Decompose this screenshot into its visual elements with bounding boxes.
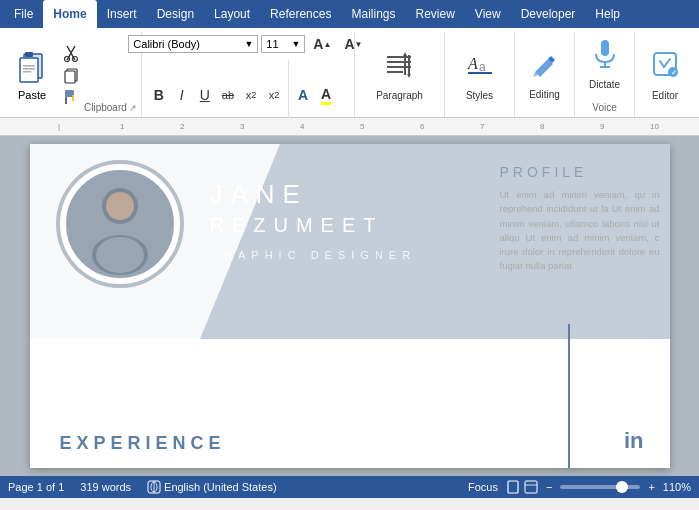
- svg-text:in: in: [624, 428, 644, 453]
- resume-experience-title: EXPERIENCE: [60, 433, 226, 454]
- web-layout-icon[interactable]: [524, 480, 538, 494]
- tab-help[interactable]: Help: [585, 0, 630, 28]
- dictate-icon: [590, 38, 620, 77]
- font-name-select[interactable]: Calibri (Body) ▼: [128, 35, 258, 53]
- tab-file[interactable]: File: [4, 0, 43, 28]
- resume-wrapper: JANE REZUMEET GRAPHIC DESIGNER PROFILE U…: [30, 144, 670, 468]
- tab-insert[interactable]: Insert: [97, 0, 147, 28]
- svg-text:✓: ✓: [671, 69, 677, 76]
- resume-role: GRAPHIC DESIGNER: [210, 249, 417, 261]
- paste-label: Paste: [18, 89, 46, 101]
- clipboard-group-label: Clipboard: [84, 100, 127, 115]
- svg-point-33: [96, 237, 144, 273]
- editor-group: ✓ Editor: [635, 32, 695, 117]
- page-info: Page 1 of 1: [8, 481, 64, 493]
- tab-developer[interactable]: Developer: [511, 0, 586, 28]
- status-bar: Page 1 of 1 319 words English (United St…: [0, 476, 699, 498]
- paragraph-icon: [383, 49, 415, 88]
- svg-rect-4: [23, 68, 35, 70]
- svg-rect-2: [25, 52, 33, 57]
- cut-button[interactable]: [58, 43, 84, 63]
- subscript-button[interactable]: x2: [240, 87, 262, 103]
- tab-home[interactable]: Home: [43, 0, 96, 28]
- paragraph-label: Paragraph: [376, 90, 423, 101]
- styles-label: Styles: [466, 90, 493, 101]
- language-indicator[interactable]: English (United States): [147, 480, 277, 494]
- underline-button[interactable]: U: [194, 85, 216, 105]
- linkedin-icon: in: [622, 426, 650, 460]
- tab-references[interactable]: References: [260, 0, 341, 28]
- svg-rect-39: [508, 481, 518, 493]
- document-area[interactable]: JANE REZUMEET GRAPHIC DESIGNER PROFILE U…: [0, 136, 699, 476]
- svg-rect-22: [601, 40, 609, 56]
- svg-marker-17: [403, 52, 407, 56]
- tab-mailings[interactable]: Mailings: [341, 0, 405, 28]
- svg-text:a: a: [479, 60, 486, 74]
- document-page[interactable]: JANE REZUMEET GRAPHIC DESIGNER PROFILE U…: [30, 144, 670, 468]
- svg-rect-9: [65, 71, 75, 83]
- clipboard-expand-icon[interactable]: ↗: [129, 103, 137, 113]
- svg-marker-18: [407, 74, 411, 78]
- resume-avatar: [60, 164, 180, 284]
- tab-layout[interactable]: Layout: [204, 0, 260, 28]
- paste-icon: [14, 49, 50, 89]
- word-count: 319 words: [80, 481, 131, 493]
- print-layout-icon[interactable]: [506, 480, 520, 494]
- editing-label: Editing: [529, 89, 560, 100]
- ruler: | 1 2 3 4 5 6 7 8 9 10: [0, 118, 699, 136]
- status-right-controls: Focus − + 110%: [468, 480, 691, 494]
- svg-point-32: [106, 192, 134, 220]
- svg-text:A: A: [467, 55, 478, 72]
- strikethrough-button[interactable]: ab: [217, 87, 239, 103]
- ribbon-tab-bar: File Home Insert Design Layout Reference…: [0, 0, 699, 28]
- italic-button[interactable]: I: [171, 85, 193, 105]
- font-size-dropdown-icon: ▼: [291, 39, 300, 49]
- editing-group: Editing: [515, 32, 575, 117]
- editor-icon: ✓: [650, 49, 680, 88]
- editor-label: Editor: [652, 90, 678, 101]
- resume-profile-section: PROFILE Ut enim ad minim veniam, qu in r…: [500, 164, 660, 274]
- zoom-in-button[interactable]: +: [648, 481, 654, 493]
- voice-label: Voice: [592, 100, 616, 115]
- editing-icon: [530, 50, 560, 87]
- dictate-group: Dictate Voice: [575, 32, 635, 117]
- font-size-select[interactable]: 11 ▼: [261, 35, 305, 53]
- styles-icon: A a: [464, 49, 496, 88]
- tab-review[interactable]: Review: [405, 0, 464, 28]
- resume-last-name: REZUMEET: [210, 214, 384, 237]
- editor-button[interactable]: ✓ Editor: [640, 45, 690, 105]
- focus-mode[interactable]: Focus: [468, 481, 498, 493]
- zoom-thumb: [616, 481, 628, 493]
- paragraph-button[interactable]: Paragraph: [368, 45, 431, 105]
- svg-rect-40: [525, 481, 537, 493]
- bold-button[interactable]: B: [148, 85, 170, 105]
- paste-button[interactable]: Paste: [8, 34, 56, 115]
- grow-font-button[interactable]: A▲: [308, 34, 336, 54]
- zoom-level[interactable]: 110%: [663, 481, 691, 493]
- zoom-out-button[interactable]: −: [546, 481, 552, 493]
- editing-button[interactable]: Editing: [520, 46, 570, 104]
- dictate-button[interactable]: Dictate: [580, 34, 630, 94]
- superscript-button[interactable]: x2: [263, 87, 285, 103]
- svg-rect-3: [23, 65, 35, 67]
- highlight-button[interactable]: A: [315, 84, 337, 107]
- resume-experience-section: EXPERIENCE in: [60, 426, 670, 460]
- tab-design[interactable]: Design: [147, 0, 204, 28]
- svg-rect-5: [23, 71, 31, 73]
- tab-view[interactable]: View: [465, 0, 511, 28]
- resume-profile-heading: PROFILE: [500, 164, 660, 180]
- copy-button[interactable]: [58, 65, 84, 85]
- styles-button[interactable]: A a Styles: [455, 45, 505, 105]
- dictate-label: Dictate: [589, 79, 620, 90]
- clipboard-small-buttons: [58, 34, 84, 115]
- zoom-slider[interactable]: [560, 485, 640, 489]
- paragraph-group: Paragraph: [355, 32, 445, 117]
- font-name-dropdown-icon: ▼: [244, 39, 253, 49]
- svg-rect-1: [20, 58, 38, 82]
- resume-profile-text: Ut enim ad minim veniam, qu in reprehend…: [500, 188, 660, 274]
- styles-group: A a Styles: [445, 32, 515, 117]
- view-modes: [506, 480, 538, 494]
- text-effects-button[interactable]: A: [292, 85, 314, 105]
- font-group: Calibri (Body) ▼ 11 ▼ A▲ A▼ B I U ab x2 …: [142, 32, 355, 117]
- format-painter-button[interactable]: [58, 87, 84, 107]
